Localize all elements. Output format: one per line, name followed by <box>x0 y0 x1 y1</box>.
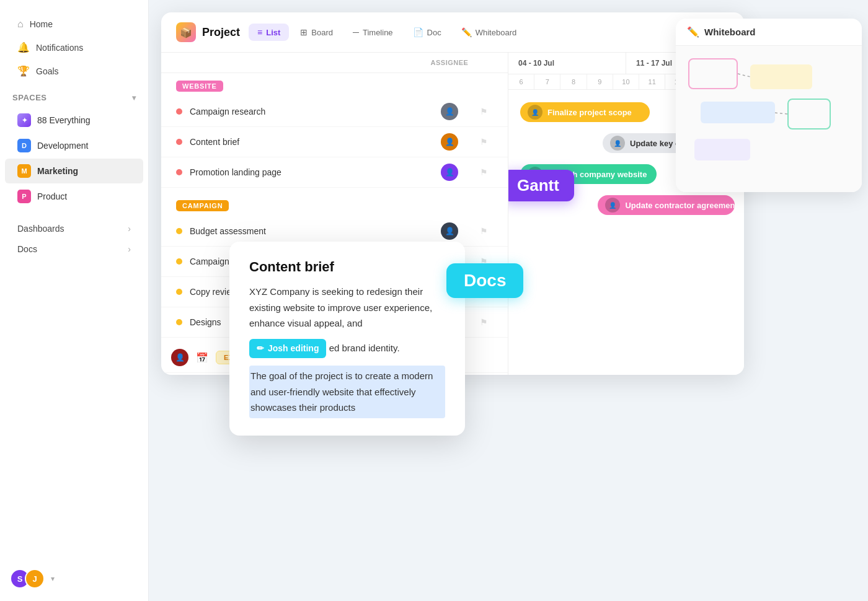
avatar: 👤 <box>441 133 458 151</box>
whiteboard-window: ✏️ Whiteboard <box>676 19 862 192</box>
project-icon: 📦 <box>176 22 196 42</box>
doc-icon: 📄 <box>413 27 423 37</box>
task-dot <box>176 319 182 325</box>
sidebar-item-home[interactable]: ⌂ Home <box>5 13 143 35</box>
gantt-day: 11 <box>639 74 665 89</box>
project-title: Project <box>202 26 240 39</box>
pen-icon: ✏ <box>257 341 264 356</box>
bell-icon: 🔔 <box>17 42 30 53</box>
whiteboard-icon: ✏️ <box>461 27 472 37</box>
sidebar-item-dashboards[interactable]: Dashboards › <box>5 219 143 239</box>
gantt-day: 9 <box>587 74 613 89</box>
docs-badge: Docs <box>446 263 523 298</box>
avatar-j: J <box>25 569 45 589</box>
campaign-badge: CAMPAIGN <box>176 200 229 211</box>
task-row[interactable]: Promotion landing page 👤 ⚑ <box>161 157 508 188</box>
wb-shape <box>688 58 738 89</box>
calendar-icon: 📅 <box>196 352 208 364</box>
task-dot <box>176 139 182 145</box>
sidebar-item-docs[interactable]: Docs › <box>5 239 143 259</box>
product-badge-icon: P <box>17 190 31 203</box>
home-icon: ⌂ <box>17 19 24 30</box>
docs-popup-title: Content brief <box>249 259 445 275</box>
avatar: 👤 <box>441 103 458 120</box>
sidebar-item-development[interactable]: D Development <box>5 133 143 158</box>
board-icon: ⊞ <box>300 27 308 37</box>
avatar: 👤 <box>441 222 458 240</box>
flag-icon: ⚑ <box>474 167 493 177</box>
sidebar-item-goals[interactable]: 🏆 Goals <box>5 59 143 82</box>
nav-tabs: ≡ List ⊞ Board ─ Timeline 📄 Doc ✏️ Wh <box>249 24 525 41</box>
gantt-bar-contractor: 👤 Update contractor agreement <box>598 195 734 215</box>
marketing-badge-icon: M <box>17 164 31 178</box>
tab-timeline[interactable]: ─ Timeline <box>344 24 402 41</box>
bar-avatar: 👤 <box>605 198 620 213</box>
task-row[interactable]: Campaign research 👤 ⚑ <box>161 97 508 127</box>
flag-icon: ⚑ <box>474 107 493 116</box>
task-dot <box>176 258 182 265</box>
wb-shape <box>701 102 775 123</box>
tab-list[interactable]: ≡ List <box>249 24 289 41</box>
wb-shape <box>750 64 812 89</box>
sidebar-item-everything[interactable]: ✦ 88 Everything <box>5 108 143 133</box>
gantt-bar-finalize: 👤 Finalize project scope <box>520 102 650 122</box>
avatar: 👤 <box>171 349 188 366</box>
whiteboard-content <box>676 46 862 192</box>
spaces-header: Spaces ▾ <box>0 83 148 107</box>
wb-shape <box>694 139 750 160</box>
list-icon: ≡ <box>257 27 262 37</box>
everything-badge-icon: ✦ <box>17 113 31 127</box>
task-dot <box>176 169 182 175</box>
tab-doc[interactable]: 📄 Doc <box>404 24 450 41</box>
campaign-section-header: CAMPAIGN <box>161 193 508 216</box>
task-dot <box>176 289 182 295</box>
whiteboard-header: ✏️ Whiteboard <box>676 19 862 46</box>
chevron-right-icon: › <box>128 244 131 254</box>
main-area: 📦 Project ≡ List ⊞ Board ─ Timeline 📄 Do… <box>149 0 868 601</box>
gantt-week-1: 04 - 10 Jul <box>508 53 626 74</box>
sidebar: ⌂ Home 🔔 Notifications 🏆 Goals Spaces ▾ … <box>0 0 149 601</box>
task-dot <box>176 108 182 115</box>
project-header: 📦 Project ≡ List ⊞ Board ─ Timeline 📄 Do… <box>161 12 744 53</box>
pen-icon: ✏️ <box>687 26 699 38</box>
chevron-right-icon: › <box>128 224 131 234</box>
flag-icon: ⚑ <box>474 317 493 327</box>
gantt-day: 10 <box>613 74 639 89</box>
bar-avatar: 👤 <box>528 105 542 120</box>
gantt-day: 8 <box>560 74 587 89</box>
svg-line-0 <box>738 74 750 77</box>
website-section-header: WEBSITE <box>161 73 508 97</box>
website-badge: WEBSITE <box>176 81 223 92</box>
sidebar-item-marketing[interactable]: M Marketing <box>5 159 143 183</box>
avatar: 👤 <box>441 164 458 181</box>
docs-popup-body: XYZ Company is seeking to redesign their… <box>249 284 445 418</box>
dev-badge-icon: D <box>17 139 31 152</box>
task-dot <box>176 228 182 234</box>
timeline-icon: ─ <box>353 27 359 37</box>
bar-avatar: 👤 <box>610 136 625 151</box>
tab-whiteboard[interactable]: ✏️ Whiteboard <box>453 24 525 41</box>
trophy-icon: 🏆 <box>17 65 30 77</box>
sidebar-item-product[interactable]: P Product <box>5 184 143 209</box>
sidebar-item-notifications[interactable]: 🔔 Notifications <box>5 36 143 59</box>
table-header: ASSIGNEE <box>161 53 508 73</box>
highlighted-text: The goal of the project is to create a m… <box>249 366 445 418</box>
editing-bar: ✏ Josh editing <box>249 339 326 359</box>
gantt-label-badge: Gantt <box>508 170 574 201</box>
task-row[interactable]: Content brief 👤 ⚑ <box>161 127 508 157</box>
sidebar-bottom: S J ▾ <box>0 569 148 589</box>
avatar-group: S J <box>10 569 45 589</box>
gantt-day: 6 <box>508 74 534 89</box>
gantt-day: 7 <box>534 74 560 89</box>
tab-board[interactable]: ⊞ Board <box>291 24 342 41</box>
flag-icon: ⚑ <box>474 137 493 147</box>
wb-shape <box>787 99 831 129</box>
flag-icon: ⚑ <box>474 226 493 236</box>
svg-line-1 <box>775 113 787 114</box>
docs-popup: Content brief XYZ Company is seeking to … <box>229 242 465 436</box>
chevron-down-icon[interactable]: ▾ <box>132 94 136 102</box>
avatar-chevron-icon[interactable]: ▾ <box>51 574 55 583</box>
